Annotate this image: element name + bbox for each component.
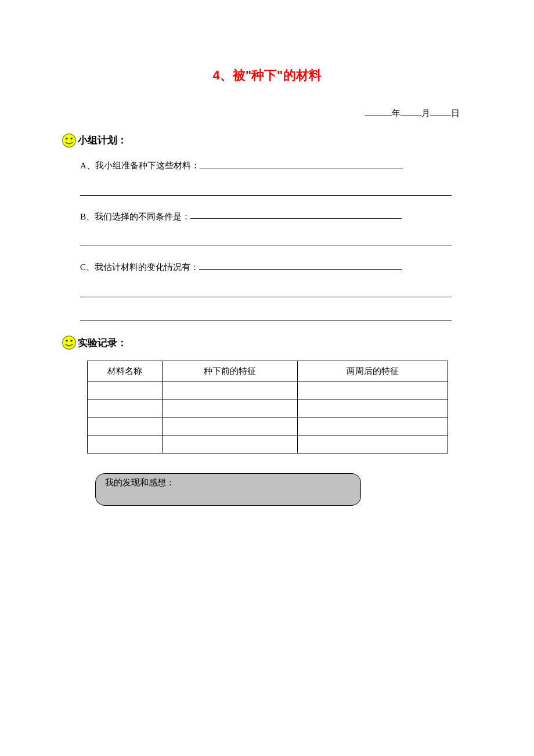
question-c-blank-full-1[interactable] — [80, 287, 452, 297]
table-row — [88, 381, 448, 399]
section-2-label: 实验记录： — [78, 336, 127, 350]
table-cell[interactable] — [298, 399, 448, 417]
question-a-text: A、我小组准备种下这些材料： — [80, 161, 200, 170]
table-row — [88, 435, 448, 453]
table-header-before: 种下前的特征 — [163, 361, 298, 381]
section-1-label: 小组计划： — [78, 134, 127, 147]
day-label: 日 — [451, 109, 460, 118]
question-c-blank-inline[interactable] — [199, 260, 402, 270]
svg-point-0 — [63, 134, 76, 147]
table-row — [88, 399, 448, 417]
svg-point-4 — [66, 340, 68, 342]
year-label: 年 — [392, 109, 400, 118]
smiley-icon — [62, 133, 77, 148]
table-cell[interactable] — [298, 381, 448, 399]
table-cell[interactable] — [88, 435, 163, 453]
table-header-after: 两周后的特征 — [298, 361, 448, 381]
question-c: C、我估计材料的变化情况有： — [80, 260, 464, 273]
svg-point-5 — [70, 340, 73, 342]
table-header-row: 材料名称 种下前的特征 两周后的特征 — [88, 361, 448, 381]
question-b-blank-inline[interactable] — [190, 210, 402, 219]
record-table: 材料名称 种下前的特征 两周后的特征 — [87, 361, 448, 453]
table-cell[interactable] — [88, 399, 163, 417]
findings-callout[interactable]: 我的发现和感想： — [95, 473, 361, 506]
question-a: A、我小组准备种下这些材料： — [80, 159, 464, 172]
smiley-icon — [62, 335, 77, 350]
table-cell[interactable] — [298, 417, 448, 435]
table-cell[interactable] — [298, 435, 448, 453]
table-row — [88, 417, 448, 435]
table-cell[interactable] — [163, 399, 298, 417]
day-blank[interactable] — [430, 106, 451, 116]
question-c-blank-full-2[interactable] — [80, 311, 452, 321]
question-a-blank-inline[interactable] — [200, 159, 403, 168]
question-b: B、我们选择的不同条件是： — [80, 210, 464, 223]
month-label: 月 — [421, 109, 430, 118]
table-header-name: 材料名称 — [88, 361, 163, 381]
table-cell[interactable] — [163, 435, 298, 453]
table-cell[interactable] — [88, 381, 163, 399]
date-line: 年月日 — [70, 106, 464, 119]
worksheet-page: 4、被"种下"的材料 年月日 小组计划： A、我小组准备种下这些材料： B、我们… — [0, 0, 534, 506]
question-a-blank-full[interactable] — [80, 186, 452, 196]
question-c-text: C、我估计材料的变化情况有： — [80, 262, 199, 272]
findings-label: 我的发现和感想： — [105, 478, 175, 487]
table-cell[interactable] — [163, 381, 298, 399]
svg-point-2 — [70, 138, 73, 140]
section-1-head: 小组计划： — [62, 133, 464, 148]
svg-point-1 — [66, 138, 68, 140]
table-cell[interactable] — [88, 417, 163, 435]
page-title: 4、被"种下"的材料 — [70, 67, 464, 84]
section-2-head: 实验记录： — [62, 335, 464, 350]
svg-point-3 — [63, 336, 76, 350]
question-b-blank-full[interactable] — [80, 236, 452, 246]
table-cell[interactable] — [163, 417, 298, 435]
question-b-text: B、我们选择的不同条件是： — [80, 211, 190, 221]
month-blank[interactable] — [400, 106, 421, 116]
year-blank[interactable] — [365, 106, 392, 116]
